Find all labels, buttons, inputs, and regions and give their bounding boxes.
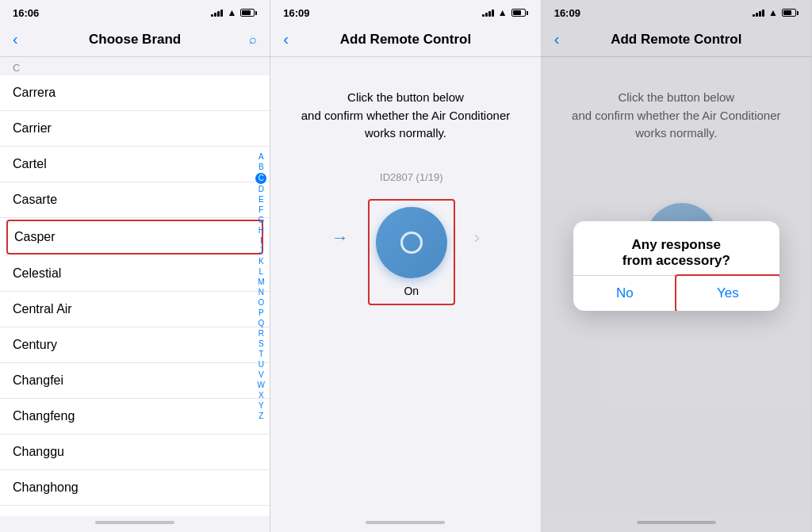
screen-add-remote-1: 16:09 ▲ ‹ Add Remote Control Click the b… xyxy=(270,0,541,532)
wifi-icon-1: ▲ xyxy=(227,7,236,18)
battery-icon-2 xyxy=(511,9,528,17)
signal-icon-2 xyxy=(482,9,494,17)
dialog-buttons: No Yes xyxy=(573,275,779,311)
on-button-1[interactable] xyxy=(376,207,447,278)
brand-item-changfeng[interactable]: Changfeng xyxy=(0,399,270,434)
alpha-j[interactable]: J xyxy=(255,247,266,256)
page-title-1: Choose Brand xyxy=(32,32,238,48)
status-bar-1: 16:06 ▲ xyxy=(0,0,270,22)
status-icons-2: ▲ xyxy=(482,7,528,18)
alpha-l[interactable]: L xyxy=(255,267,266,277)
status-icons-1: ▲ xyxy=(211,7,257,18)
arrow-left-2: → xyxy=(331,228,349,248)
status-bar-2: 16:09 ▲ xyxy=(270,0,540,22)
alpha-e[interactable]: E xyxy=(255,195,266,205)
dialog-yes-button[interactable]: Yes xyxy=(675,274,779,311)
time-2: 16:09 xyxy=(283,7,309,19)
alpha-o[interactable]: O xyxy=(255,298,266,308)
alpha-x[interactable]: X xyxy=(255,391,266,400)
dialog-no-button[interactable]: No xyxy=(573,276,676,311)
alpha-m[interactable]: M xyxy=(255,277,266,287)
nav-bar-2: ‹ Add Remote Control xyxy=(270,22,540,57)
signal-icon-1 xyxy=(211,9,223,17)
dialog-overlay: Any responsefrom accessory? No Yes xyxy=(542,0,811,532)
wifi-icon-2: ▲ xyxy=(498,7,508,18)
dialog-title: Any responsefrom accessory? xyxy=(573,221,779,275)
brand-item-changfei[interactable]: Changfei xyxy=(0,363,270,399)
brand-item-changhong[interactable]: Changhong xyxy=(0,470,270,506)
alpha-v[interactable]: V xyxy=(255,370,266,380)
screen-add-remote-2: 16:09 ▲ ‹ Add Remote Control Click the b… xyxy=(542,0,812,532)
alpha-y[interactable]: Y xyxy=(255,401,266,411)
brand-item-casper[interactable]: Casper xyxy=(6,220,263,255)
brand-item-century[interactable]: Century xyxy=(0,327,270,363)
alpha-index[interactable]: A B C D E F G H I J K L M N O P Q R S T … xyxy=(252,57,270,516)
alpha-t[interactable]: T xyxy=(255,350,266,359)
brand-item-changgu[interactable]: Changgu xyxy=(0,434,270,470)
alpha-g[interactable]: G xyxy=(255,216,266,225)
brand-list: C Carrera Carrier Cartel Casarte Casper … xyxy=(0,57,270,516)
back-button-2[interactable]: ‹ xyxy=(283,30,302,48)
alpha-w[interactable]: W xyxy=(255,381,266,390)
time-1: 16:06 xyxy=(13,7,39,19)
alpha-q[interactable]: Q xyxy=(255,319,266,328)
remote-id: ID2807 (1/19) xyxy=(380,171,443,183)
search-button-1[interactable]: ⌕ xyxy=(238,33,257,47)
alpha-p[interactable]: P xyxy=(255,308,266,318)
brand-item-carrera[interactable]: Carrera xyxy=(0,75,270,111)
alpha-r[interactable]: R xyxy=(255,329,266,339)
alpha-k[interactable]: K xyxy=(255,257,266,266)
home-indicator-2 xyxy=(270,516,540,532)
accessory-response-dialog: Any responsefrom accessory? No Yes xyxy=(573,221,779,311)
alpha-u[interactable]: U xyxy=(255,360,266,369)
alpha-a[interactable]: A xyxy=(255,152,266,162)
alpha-d[interactable]: D xyxy=(255,185,266,194)
arrow-right-1: › xyxy=(474,228,480,248)
brand-item-casarte[interactable]: Casarte xyxy=(0,182,270,218)
remote-content-1: Click the button belowand confirm whethe… xyxy=(270,57,540,516)
on-button-ring-1 xyxy=(400,232,423,254)
alpha-s[interactable]: S xyxy=(255,339,266,349)
alpha-z[interactable]: Z xyxy=(255,411,266,421)
battery-icon-1 xyxy=(240,9,257,17)
on-button-wrapper-1: On xyxy=(368,199,455,305)
alpha-b[interactable]: B xyxy=(255,163,266,172)
brand-item-cartel[interactable]: Cartel xyxy=(0,147,270,182)
brand-item-carrier[interactable]: Carrier xyxy=(0,111,270,147)
alpha-h[interactable]: H xyxy=(255,226,266,235)
brand-item-celestial[interactable]: Celestial xyxy=(0,256,270,292)
alpha-i[interactable]: I xyxy=(255,236,266,246)
back-button-1[interactable]: ‹ xyxy=(13,30,32,48)
page-title-2: Add Remote Control xyxy=(302,32,508,48)
remote-instruction-1: Click the button belowand confirm whethe… xyxy=(301,89,510,143)
alpha-n[interactable]: N xyxy=(255,288,266,297)
nav-bar-1: ‹ Choose Brand ⌕ xyxy=(0,22,270,57)
home-indicator-1 xyxy=(0,516,270,532)
section-header-c: C xyxy=(0,57,270,75)
brand-item-central-air[interactable]: Central Air xyxy=(0,292,270,327)
alpha-f[interactable]: F xyxy=(255,205,266,215)
on-label-1: On xyxy=(404,285,419,297)
screen-choose-brand: 16:06 ▲ ‹ Choose Brand ⌕ C Carrera Carri… xyxy=(0,0,270,532)
alpha-c[interactable]: C xyxy=(255,173,266,184)
